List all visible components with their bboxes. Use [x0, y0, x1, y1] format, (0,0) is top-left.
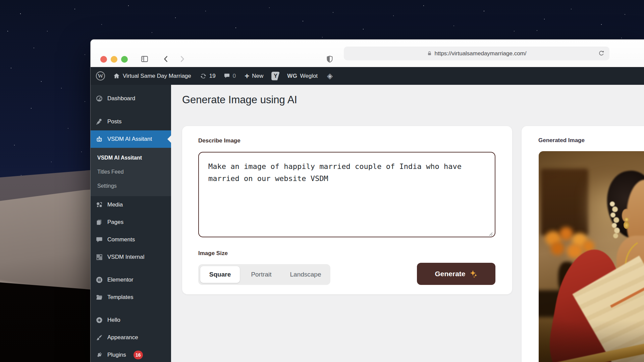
sidebar-item-hello[interactable]: Hello [91, 311, 171, 329]
elementor-icon [96, 276, 103, 284]
reload-icon[interactable] [598, 50, 605, 59]
browser-window: https://virtualsamedaymarriage.com/ W Vi… [91, 40, 644, 362]
home-icon [113, 72, 120, 79]
sidebar-item-label: Elementor [107, 277, 133, 283]
sidebar-item-label: Pages [107, 219, 123, 226]
plug-icon [96, 351, 103, 359]
diamond-icon: ◈ [327, 72, 333, 80]
sparkles-icon [469, 269, 478, 278]
paintbrush-icon [96, 334, 103, 341]
close-window-button[interactable] [100, 56, 107, 63]
robot-icon [96, 135, 103, 143]
lock-icon [427, 51, 432, 56]
site-name: Virtual Same Day Marriage [123, 73, 191, 79]
sidebar-item-label: Dashboard [107, 95, 135, 102]
wp-admin-menu: Dashboard Posts VSDM AI Assitant [91, 85, 171, 362]
minimize-window-button[interactable] [111, 56, 117, 63]
generate-button[interactable]: Generate [417, 263, 495, 285]
grid-icon [96, 253, 103, 261]
sidebar-item-vsdm-ai-assitant[interactable]: VSDM AI Assitant [91, 130, 171, 148]
forward-icon[interactable] [178, 55, 186, 65]
generated-image [539, 151, 644, 362]
folder-icon [96, 294, 103, 301]
image-size-segmented-control: Square Portrait Landscape [198, 264, 330, 285]
admin-bar-comments[interactable]: 0 [224, 73, 236, 79]
sidebar-item-label: Media [107, 201, 123, 208]
size-option-landscape[interactable]: Landscape [283, 266, 328, 283]
yoast-seo-icon: Y [271, 72, 280, 80]
privacy-shield-icon[interactable] [325, 55, 334, 65]
size-option-portrait[interactable]: Portrait [240, 266, 283, 283]
generated-image-label: Generated Image [538, 137, 585, 144]
wp-admin-bar: W Virtual Same Day Marriage 19 0 [91, 67, 644, 85]
sidebar-item-media[interactable]: Media [91, 196, 171, 214]
photo-vignette [539, 151, 644, 362]
sidebar-item-pages[interactable]: Pages [91, 214, 171, 231]
submenu-item-vsdm-ai-assitant[interactable]: VSDM AI Assitant [91, 151, 171, 165]
submenu-item-label: Titles Feed [97, 169, 124, 175]
plugins-count-badge: 16 [133, 351, 143, 359]
sidebar-item-vsdm-internal[interactable]: VSDM Internal [91, 248, 171, 266]
admin-bar-weglot[interactable]: WG Weglot [287, 73, 318, 79]
sidebar-item-label: Hello [107, 317, 120, 323]
sidebar-item-templates[interactable]: Templates [91, 289, 171, 306]
admin-bar-site-link[interactable]: Virtual Same Day Marriage [113, 72, 191, 79]
size-option-square[interactable]: Square [200, 266, 240, 283]
sidebar-item-label: Posts [107, 118, 122, 125]
weglot-label: Weglot [300, 73, 318, 79]
comments-icon [96, 236, 103, 243]
submenu-item-titles-feed[interactable]: Titles Feed [91, 165, 171, 179]
generate-button-label: Generate [435, 270, 465, 278]
submenu-item-label: VSDM AI Assitant [97, 155, 142, 161]
sidebar-item-label: VSDM Internal [107, 254, 145, 260]
weglot-icon: WG [287, 73, 297, 79]
fullscreen-window-button[interactable] [121, 56, 128, 63]
updates-count: 19 [209, 73, 216, 79]
prompt-textarea[interactable]: Make an image of happily married couple … [198, 152, 495, 237]
sidebar-item-label: VSDM AI Assitant [107, 136, 152, 142]
sidebar-item-dashboard[interactable]: Dashboard [91, 90, 171, 107]
pushpin-icon [96, 118, 103, 125]
image-size-label: Image Size [198, 250, 228, 257]
submenu-item-settings[interactable]: Settings [91, 179, 171, 193]
page-content: Generate Image using AI Describe Image M… [171, 85, 644, 362]
sidebar-item-appearance[interactable]: Appearance [91, 329, 171, 346]
back-icon[interactable] [162, 55, 170, 65]
url-text: https://virtualsamedaymarriage.com/ [435, 50, 527, 57]
comments-count: 0 [233, 73, 236, 79]
address-bar[interactable]: https://virtualsamedaymarriage.com/ [344, 47, 609, 60]
sidebar-item-posts[interactable]: Posts [91, 113, 171, 130]
comment-bubble-icon [224, 73, 230, 79]
sidebar-item-label: Appearance [107, 334, 138, 341]
sidebar-item-plugins[interactable]: Plugins 16 [91, 346, 171, 362]
screen: https://virtualsamedaymarriage.com/ W Vi… [0, 0, 644, 362]
admin-bar-elementor[interactable]: ◈ [327, 72, 333, 80]
sidebar-item-label: Comments [107, 236, 135, 243]
new-label: New [252, 73, 263, 79]
wordpress-logo-icon[interactable]: W [96, 71, 105, 80]
admin-bar-yoast[interactable]: Y [271, 72, 280, 80]
sidebar-toggle-icon[interactable] [140, 55, 149, 64]
media-icon [96, 201, 103, 208]
pages-icon [96, 219, 103, 226]
sidebar-item-label: Plugins [107, 352, 126, 358]
submenu-item-label: Settings [97, 183, 117, 189]
vsdm-submenu: VSDM AI Assitant Titles Feed Settings [91, 148, 171, 196]
dashboard-icon [96, 95, 103, 102]
browser-toolbar: https://virtualsamedaymarriage.com/ [91, 40, 644, 67]
admin-bar-new[interactable]: + New [245, 73, 263, 79]
stars [0, 0, 1, 1]
describe-image-label: Describe Image [198, 137, 240, 144]
page-title: Generate Image using AI [182, 94, 297, 106]
result-card: Generated Image [522, 126, 644, 362]
resize-grip-icon[interactable] [488, 231, 493, 237]
sidebar-item-label: Templates [107, 294, 133, 301]
updates-icon [200, 73, 207, 79]
plus-circle-icon [96, 316, 103, 324]
admin-bar-updates[interactable]: 19 [200, 73, 216, 79]
sidebar-item-elementor[interactable]: Elementor [91, 271, 171, 289]
prompt-card: Describe Image Make an image of happily … [182, 126, 512, 294]
sidebar-item-comments[interactable]: Comments [91, 231, 171, 248]
